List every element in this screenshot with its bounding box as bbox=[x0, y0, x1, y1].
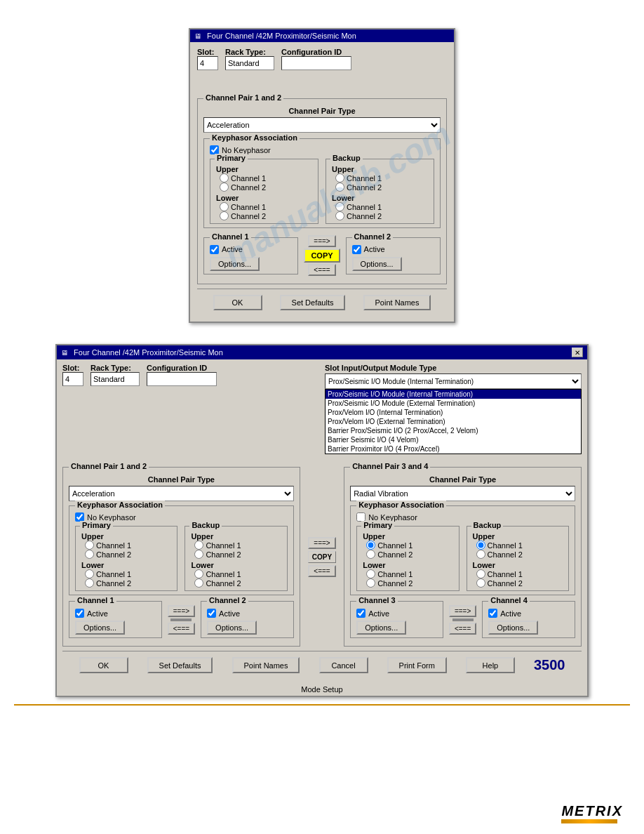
bottom-config-id-label: Configuration ID bbox=[147, 364, 217, 372]
arrow-left-button[interactable]: <=== bbox=[308, 264, 335, 276]
bottom-back-upper-ch1-radio-right[interactable] bbox=[476, 541, 485, 550]
bottom-back-lower-ch1-radio-right[interactable] bbox=[476, 569, 485, 578]
bottom-channel4-options-button[interactable]: Options... bbox=[488, 621, 538, 635]
bottom-arrow-right-left-button[interactable]: ===> bbox=[168, 605, 195, 617]
bottom-channel-pair-12-title: Channel Pair 1 and 2 bbox=[69, 462, 149, 470]
ok-button[interactable]: OK bbox=[213, 295, 262, 310]
mode-setup-text: Mode Setup bbox=[57, 683, 587, 696]
bottom-channel1-options-button[interactable]: Options... bbox=[75, 621, 125, 635]
slot-input[interactable] bbox=[197, 56, 218, 70]
print-form-button[interactable]: Print Form bbox=[387, 657, 447, 673]
channel1-options-button[interactable]: Options... bbox=[210, 257, 260, 271]
module-dropdown[interactable]: Prox/Seismic I/O Module (Internal Termin… bbox=[325, 373, 582, 389]
bottom-backup-title-left: Backup bbox=[189, 521, 222, 529]
bottom-arrow-left-right-button[interactable]: <=== bbox=[449, 623, 476, 635]
bottom-prim-lower-ch1-radio-right[interactable] bbox=[366, 569, 375, 578]
point-names-button[interactable]: Point Names bbox=[363, 295, 431, 310]
channel-pair-type-select[interactable]: Acceleration bbox=[203, 117, 441, 133]
primary-lower-ch1-radio[interactable] bbox=[220, 202, 229, 211]
channel1-active-checkbox[interactable] bbox=[210, 245, 219, 254]
module-list-item-1[interactable]: Prox/Seismic I/O Module (External Termin… bbox=[326, 399, 581, 408]
module-list-item-2[interactable]: Prox/Velom I/O (Internal Termination) bbox=[326, 408, 581, 417]
channel-pair-left: Channel Pair 1 and 2 Channel Pair Type A… bbox=[62, 463, 300, 651]
bottom-channel1-active-checkbox[interactable] bbox=[75, 609, 84, 618]
bottom-primary-section-left: Primary Upper Channel 1 bbox=[75, 526, 177, 591]
bottom-rack-type-input[interactable] bbox=[90, 372, 140, 386]
bottom-prim-lower-ch2-radio-right[interactable] bbox=[366, 578, 375, 588]
bottom-keyphasor-title-left: Keyphasor Association bbox=[75, 501, 165, 509]
bottom-back-upper-ch2-radio-left[interactable] bbox=[194, 550, 203, 559]
bottom-back-lower-ch1-right: Channel 1 bbox=[476, 569, 563, 578]
primary-lower-ch2-radio[interactable] bbox=[220, 211, 229, 220]
channel1-active-row: Active bbox=[210, 245, 292, 254]
bottom-back-lower-ch2-radio-right[interactable] bbox=[476, 578, 485, 588]
primary-upper-ch2-radio[interactable] bbox=[220, 183, 229, 192]
bottom-arrow-left-left-button[interactable]: <=== bbox=[168, 623, 195, 635]
metrix-logo: METRIX bbox=[561, 803, 623, 819]
bottom-back-upper-ch2-radio-right[interactable] bbox=[476, 550, 485, 559]
bottom-channel3-options-button[interactable]: Options... bbox=[356, 621, 406, 635]
module-list-item-6[interactable]: Barrier Proximitor I/O (4 Prox/Accel) bbox=[326, 444, 581, 454]
module-list-item-5[interactable]: Barrier Seismic I/O (4 Velom) bbox=[326, 435, 581, 444]
bottom-config-id-input[interactable] bbox=[147, 372, 217, 386]
keyphasor-title: Keyphasor Association bbox=[210, 133, 300, 142]
bottom-channel1-box-title: Channel 1 bbox=[75, 596, 116, 604]
backup-upper-ch2-radio[interactable] bbox=[335, 183, 344, 192]
bottom-arrow-right-right-button[interactable]: ===> bbox=[449, 605, 476, 617]
backup-lower-ch1-radio[interactable] bbox=[335, 202, 344, 211]
bottom-prim-lower-ch2-radio-left[interactable] bbox=[85, 578, 94, 588]
bottom-channel3-active-checkbox[interactable] bbox=[356, 609, 365, 618]
bottom-prim-lower-ch1-radio-left[interactable] bbox=[85, 569, 94, 578]
bottom-slot-input[interactable] bbox=[62, 372, 83, 386]
bottom-primary-title-left: Primary bbox=[80, 521, 113, 529]
bottom-ok-button[interactable]: OK bbox=[79, 657, 128, 673]
bottom-primary-radio-left: Upper Channel 1 Channel 2 bbox=[81, 532, 171, 588]
module-list-item-4[interactable]: Barrier Prox/Seismic I/O (2 Prox/Accel, … bbox=[326, 426, 581, 435]
help-button[interactable]: Help bbox=[466, 657, 515, 673]
bottom-backup-lower-left: Lower bbox=[191, 561, 281, 569]
bottom-prim-upper-ch2-radio-right[interactable] bbox=[366, 550, 375, 559]
module-list-item-0[interactable]: Prox/Seismic I/O Module (Internal Termin… bbox=[326, 390, 581, 399]
bottom-channel-pair-type-select-right[interactable]: Radial Vibration bbox=[350, 486, 575, 501]
bottom-prim-upper-ch2-radio-left[interactable] bbox=[85, 550, 94, 559]
backup-lower-ch2-radio[interactable] bbox=[335, 211, 344, 220]
backup-lower-ch1-label: Channel 1 bbox=[347, 203, 382, 211]
backup-upper-ch1-radio[interactable] bbox=[335, 173, 344, 183]
bottom-prim-lower-ch2-label-right: Channel 2 bbox=[377, 579, 412, 588]
set-defaults-button[interactable]: Set Defaults bbox=[280, 295, 346, 310]
middle-copy-label[interactable]: COPY bbox=[308, 551, 336, 563]
bottom-dialog-titlebar: 🖥 Four Channel /42M Proximitor/Seismic M… bbox=[57, 345, 587, 359]
bottom-channel-pair-34-title: Channel Pair 3 and 4 bbox=[350, 462, 430, 470]
bottom-set-defaults-button[interactable]: Set Defaults bbox=[147, 657, 213, 673]
channel2-options-button[interactable]: Options... bbox=[352, 257, 402, 271]
bottom-back-upper-ch1-label-right: Channel 1 bbox=[488, 541, 523, 550]
rack-type-label: Rack Type: bbox=[225, 48, 274, 56]
middle-arrow-left-button[interactable]: <=== bbox=[308, 565, 335, 577]
close-button[interactable]: ✕ bbox=[572, 348, 583, 357]
module-list-item-3[interactable]: Prox/Velom I/O (External Termination) bbox=[326, 417, 581, 426]
bottom-back-lower-ch1-radio-left[interactable] bbox=[194, 569, 203, 578]
bottom-back-upper-ch1-radio-left[interactable] bbox=[194, 541, 203, 550]
bottom-prim-upper-ch1-radio-left[interactable] bbox=[85, 541, 94, 550]
rack-type-input[interactable] bbox=[225, 56, 274, 70]
arrow-right-button[interactable]: ===> bbox=[308, 235, 335, 247]
copy-button[interactable]: COPY bbox=[304, 249, 340, 263]
primary-lower-ch2-label: Channel 2 bbox=[231, 212, 266, 220]
bottom-channel-pair-type-select-left[interactable]: Acceleration bbox=[69, 486, 294, 501]
channel2-active-checkbox[interactable] bbox=[352, 245, 361, 254]
cancel-button[interactable]: Cancel bbox=[319, 657, 368, 673]
primary-upper-ch1-radio[interactable] bbox=[220, 173, 229, 183]
bottom-keyphasor-title-right: Keyphasor Association bbox=[356, 501, 446, 509]
bottom-prim-upper-ch1-radio-right[interactable] bbox=[366, 541, 375, 550]
bottom-channel2-options-button[interactable]: Options... bbox=[207, 621, 257, 635]
bottom-channel4-active-checkbox[interactable] bbox=[488, 609, 497, 618]
channel-pair-type-label: Channel Pair Type bbox=[203, 107, 441, 115]
config-id-input[interactable] bbox=[281, 56, 351, 70]
middle-arrow-right-button[interactable]: ===> bbox=[308, 537, 335, 549]
bottom-back-lower-ch2-radio-left[interactable] bbox=[194, 578, 203, 588]
bottom-point-names-button[interactable]: Point Names bbox=[232, 657, 300, 673]
bottom-dialog-title: Four Channel /42M Proximitor/Seismic Mon bbox=[74, 348, 223, 357]
bottom-channel2-active-checkbox[interactable] bbox=[207, 609, 216, 618]
bottom-channel2-box: Channel 2 Active Options... bbox=[201, 601, 294, 638]
primary-upper-ch1-label: Channel 1 bbox=[231, 174, 266, 183]
